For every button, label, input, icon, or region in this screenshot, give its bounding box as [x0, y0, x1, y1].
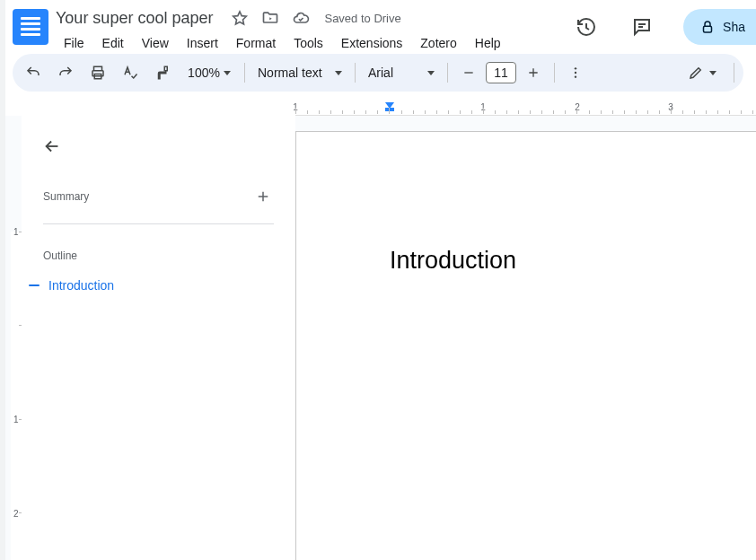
more-toolbar-button[interactable]	[560, 58, 591, 87]
outline-panel: Summary Outline Introduction	[22, 116, 295, 560]
svg-rect-0	[704, 26, 712, 32]
ruler-tick	[448, 110, 449, 114]
ruler-number: 1	[13, 227, 19, 237]
pencil-icon	[688, 65, 704, 81]
ruler-tick	[354, 110, 355, 114]
chevron-down-icon	[427, 71, 435, 75]
comments-icon[interactable]	[624, 9, 660, 45]
ruler-tick	[565, 110, 566, 114]
toolbar-separator	[355, 63, 356, 83]
toolbar-separator	[244, 63, 245, 83]
arrow-left-icon	[42, 136, 62, 156]
font-size-input[interactable]: 11	[486, 62, 516, 83]
redo-button[interactable]	[50, 58, 81, 87]
ruler-tick	[601, 110, 602, 114]
menu-extensions[interactable]: Extensions	[333, 32, 410, 54]
ruler-tick	[425, 110, 426, 114]
menu-tools[interactable]: Tools	[286, 32, 331, 54]
ruler-tick	[295, 108, 296, 114]
outline-item-introduction[interactable]: Introduction	[29, 278, 295, 293]
ruler-tick	[741, 110, 742, 114]
version-history-icon[interactable]	[568, 9, 604, 45]
lock-icon	[699, 19, 716, 35]
editing-mode-button[interactable]	[680, 58, 725, 87]
print-button[interactable]	[83, 58, 113, 87]
spellcheck-button[interactable]	[115, 58, 145, 87]
move-folder-icon[interactable]	[261, 9, 279, 27]
ruler-tick	[752, 110, 753, 114]
ruler-tick	[401, 110, 402, 114]
share-button-label: Sha	[723, 20, 745, 34]
ruler-tick	[647, 110, 648, 114]
add-summary-button[interactable]	[252, 186, 274, 207]
zoom-value: 100%	[188, 66, 220, 80]
menu-zotero[interactable]: Zotero	[412, 32, 464, 54]
paint-format-button[interactable]	[147, 58, 178, 87]
ruler-tick	[729, 110, 730, 114]
ruler-number: 1	[13, 415, 19, 424]
ruler-tick	[342, 110, 343, 114]
ruler-tick	[495, 110, 496, 114]
zoom-selector[interactable]: 100%	[180, 66, 239, 80]
ruler-tick	[389, 108, 390, 114]
outline-item-label: Introduction	[48, 278, 114, 293]
document-title[interactable]: Your super cool paper	[56, 9, 213, 28]
decrease-font-size-button[interactable]	[453, 58, 484, 87]
ruler-tick	[541, 110, 542, 114]
summary-label: Summary	[43, 190, 89, 203]
paragraph-style-selector[interactable]: Normal text	[251, 66, 349, 80]
ruler-tick	[483, 108, 484, 114]
menu-file[interactable]: File	[56, 32, 92, 54]
horizontal-ruler[interactable]: 1 1 2 3	[295, 101, 756, 116]
star-icon[interactable]	[231, 9, 249, 27]
menu-help[interactable]: Help	[467, 32, 509, 54]
ruler-tick	[307, 110, 308, 114]
font-value: Arial	[368, 66, 393, 80]
svg-point-4	[575, 72, 576, 74]
docs-app-icon[interactable]	[13, 9, 48, 45]
toolbar: 100% Normal text Arial 11	[13, 54, 743, 92]
toolbar-separator	[447, 63, 448, 83]
ruler-tick	[576, 108, 577, 114]
ruler-tick	[518, 110, 519, 114]
ruler-tick	[682, 110, 683, 114]
outline-item-marker	[29, 284, 40, 287]
ruler-tick	[413, 110, 414, 114]
share-button[interactable]: Sha	[683, 9, 756, 45]
svg-point-3	[575, 67, 576, 69]
ruler-tick	[319, 110, 320, 114]
chevron-down-icon	[224, 71, 231, 75]
ruler-tick	[636, 110, 637, 114]
ruler-tick	[659, 110, 660, 114]
increase-font-size-button[interactable]	[518, 58, 549, 87]
ruler-tick	[589, 110, 590, 114]
ruler-tick	[530, 110, 531, 114]
plus-icon	[255, 188, 271, 205]
document-heading[interactable]: Introduction	[390, 247, 756, 275]
close-outline-button[interactable]	[34, 128, 70, 164]
svg-point-5	[575, 75, 576, 77]
ruler-tick	[553, 110, 554, 114]
menu-insert[interactable]: Insert	[179, 32, 226, 54]
chevron-down-icon	[335, 71, 342, 75]
app-header: Your super cool paper Saved to Drive Fil…	[0, 0, 756, 54]
toolbar-separator	[734, 63, 734, 83]
menu-bar: File Edit View Insert Format Tools Exten…	[56, 32, 509, 54]
menu-view[interactable]: View	[134, 32, 177, 54]
ruler-tick	[436, 110, 437, 114]
document-page[interactable]: Introduction	[295, 131, 756, 560]
cloud-saved-icon[interactable]	[292, 9, 310, 27]
ruler-tick	[612, 110, 613, 114]
outline-section-label: Outline	[43, 249, 295, 262]
ruler-tick	[694, 110, 695, 114]
save-status-text: Saved to Drive	[324, 12, 400, 25]
menu-edit[interactable]: Edit	[94, 32, 132, 54]
font-selector[interactable]: Arial	[361, 66, 442, 80]
menu-format[interactable]: Format	[228, 32, 284, 54]
ruler-tick	[330, 110, 331, 114]
ruler-tick	[377, 110, 378, 114]
toolbar-separator	[554, 63, 555, 83]
paragraph-style-value: Normal text	[258, 66, 322, 80]
ruler-tick	[460, 110, 461, 114]
undo-button[interactable]	[18, 58, 48, 87]
